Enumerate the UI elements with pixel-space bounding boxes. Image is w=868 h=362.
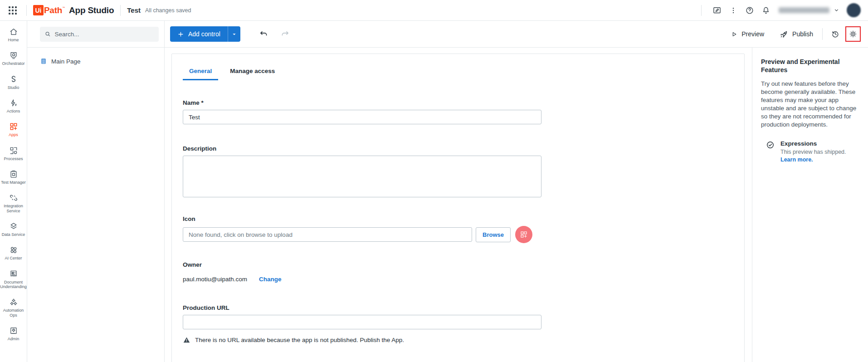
app-settings-button[interactable]	[847, 28, 859, 40]
play-icon	[731, 31, 737, 38]
studio-icon	[9, 75, 18, 84]
orchestrator-icon	[9, 51, 18, 60]
production-url-input[interactable]	[183, 315, 541, 329]
check-circle-icon	[766, 141, 775, 149]
automation-ops-icon	[9, 298, 18, 307]
left-navigation-rail: Home Orchestrator Studio Actions Apps Pr…	[0, 21, 27, 362]
description-input[interactable]	[183, 156, 541, 197]
divider	[26, 5, 27, 16]
apps-icon	[9, 122, 18, 131]
description-label: Description	[183, 145, 733, 152]
sidebar-item-test-manager[interactable]: Test Manager	[0, 170, 27, 185]
help-button[interactable]	[742, 3, 757, 18]
document-understanding-icon	[9, 269, 18, 279]
caret-down-icon	[232, 32, 237, 37]
url-warning: There is no URL available because the ap…	[183, 336, 733, 344]
toolbar: Add control	[27, 21, 868, 48]
undo-button[interactable]	[257, 27, 271, 41]
save-status: All changes saved	[145, 7, 191, 14]
icon-label: Icon	[183, 215, 733, 222]
avatar[interactable]	[847, 3, 861, 17]
publish-button[interactable]: Publish	[776, 27, 817, 41]
search-icon	[44, 30, 51, 38]
name-input[interactable]	[183, 110, 541, 124]
feature-name: Expressions	[780, 140, 846, 147]
sidebar-item-document-understanding[interactable]: Document Understanding	[0, 269, 27, 289]
app-launcher-button[interactable]	[5, 3, 20, 18]
app-studio-window: Ui Path ™ App Studio Test All changes sa…	[0, 0, 868, 362]
app-settings-card: General Manage access Name * Description…	[171, 54, 745, 362]
owner-email: paul.motiu@uipath.com	[183, 276, 247, 283]
sidebar-item-ai-center[interactable]: AI Center	[0, 245, 27, 260]
sidebar-item-data-service[interactable]: Data Service	[0, 222, 27, 237]
pages-panel: Main Page	[27, 48, 165, 362]
notifications-button[interactable]	[759, 3, 773, 18]
apps-icon	[520, 230, 528, 239]
undo-icon	[259, 29, 268, 39]
search-box[interactable]	[40, 27, 159, 42]
canvas: General Manage access Name * Description…	[165, 48, 752, 362]
sidebar-item-processes[interactable]: Processes	[0, 146, 27, 161]
rocket-icon	[780, 30, 788, 39]
panel-title: Preview and Experimental Features	[761, 58, 858, 74]
add-control-split-button: Add control	[170, 26, 240, 42]
username-redacted	[779, 7, 829, 13]
browse-button[interactable]: Browse	[476, 227, 511, 242]
gear-icon	[848, 29, 858, 39]
warning-icon	[183, 336, 190, 344]
divider	[120, 5, 121, 16]
home-icon	[9, 27, 18, 36]
product-name: App Studio	[69, 5, 114, 15]
divider	[822, 28, 823, 40]
redo-button[interactable]	[278, 27, 292, 41]
sidebar-item-integration-service[interactable]: Integration Service	[0, 193, 27, 213]
processes-icon	[9, 146, 18, 155]
production-url-label: Production URL	[183, 304, 733, 311]
add-control-button[interactable]: Add control	[170, 26, 228, 42]
panel-description: Try out new features before they become …	[761, 80, 858, 129]
tab-manage-access[interactable]: Manage access	[224, 63, 281, 80]
integration-service-icon	[9, 193, 18, 202]
experimental-features-panel: Preview and Experimental Features Try ou…	[752, 48, 868, 362]
sidebar-item-actions[interactable]: Actions	[0, 98, 27, 113]
feedback-icon	[712, 6, 722, 15]
plus-icon	[177, 31, 184, 38]
redo-icon	[280, 29, 289, 39]
sidebar-item-automation-ops[interactable]: Automation Ops	[0, 298, 27, 318]
tab-general[interactable]: General	[183, 63, 218, 80]
ai-center-icon	[9, 245, 18, 254]
sidebar-item-studio[interactable]: Studio	[0, 75, 27, 90]
uipath-logo[interactable]: Ui Path ™ App Studio	[33, 5, 114, 15]
sidebar-item-home[interactable]: Home	[0, 27, 27, 42]
data-service-icon	[9, 222, 18, 231]
version-history-button[interactable]	[828, 27, 843, 41]
feature-status: This preview has shipped.	[780, 149, 846, 155]
name-label: Name *	[183, 99, 733, 106]
feature-expressions: Expressions This preview has shipped. Le…	[761, 140, 858, 163]
add-control-dropdown-button[interactable]	[228, 26, 240, 42]
more-options-button[interactable]	[726, 3, 741, 18]
sidebar-item-orchestrator[interactable]: Orchestrator	[0, 51, 27, 66]
sidebar-item-apps[interactable]: Apps	[0, 122, 27, 137]
learn-more-link[interactable]: Learn more.	[780, 157, 846, 163]
feedback-button[interactable]	[710, 3, 724, 18]
help-icon	[745, 6, 754, 15]
actions-icon	[9, 98, 18, 108]
account-menu[interactable]	[779, 7, 839, 13]
bell-icon	[761, 6, 770, 15]
page-icon	[40, 58, 47, 65]
divider	[701, 5, 702, 16]
app-icon-preview	[515, 226, 532, 243]
app-name: Test	[127, 6, 141, 14]
sidebar-item-admin[interactable]: Admin	[0, 326, 27, 341]
icon-input[interactable]	[183, 227, 472, 242]
owner-label: Owner	[183, 261, 733, 268]
waffle-icon	[9, 6, 17, 15]
kebab-icon	[729, 6, 737, 15]
test-manager-icon	[9, 170, 18, 179]
search-input[interactable]	[55, 31, 154, 38]
page-item-main-page[interactable]: Main Page	[27, 55, 164, 68]
chevron-down-icon	[834, 7, 839, 13]
change-owner-link[interactable]: Change	[259, 276, 282, 283]
preview-button[interactable]: Preview	[727, 28, 768, 40]
